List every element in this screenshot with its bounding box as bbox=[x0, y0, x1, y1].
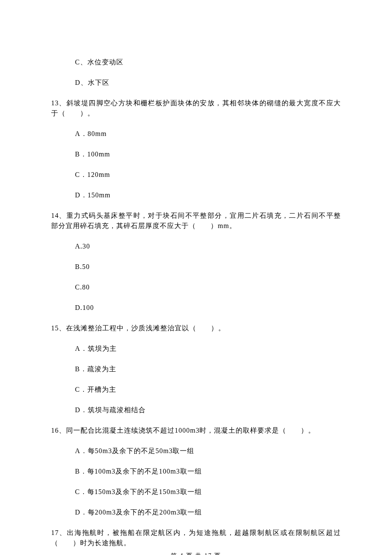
q15-stem: 15、在浅滩整治工程中，沙质浅滩整治宜以（ ）。 bbox=[51, 323, 341, 333]
q14-option-a: A.30 bbox=[75, 241, 341, 251]
q13-option-c: C．120mm bbox=[75, 170, 341, 180]
q15-option-c: C．开槽为主 bbox=[75, 384, 341, 395]
q16-option-a: A．每50m3及余下的不足50m3取一组 bbox=[75, 446, 341, 456]
page-container: C、水位变动区 D、水下区 13、斜坡堤四脚空心方块和栅栏板护面块体的安放，其相… bbox=[0, 0, 392, 555]
q15-option-a: A．筑坝为主 bbox=[75, 344, 341, 354]
q14-option-d: D.100 bbox=[75, 303, 341, 313]
q12-option-d: D、水下区 bbox=[75, 78, 341, 88]
q15-option-d: D．筑坝与疏浚相结合 bbox=[75, 405, 341, 415]
q12-option-c: C、水位变动区 bbox=[75, 57, 341, 67]
q15-option-b: B．疏浚为主 bbox=[75, 364, 341, 374]
q13-stem: 13、斜坡堤四脚空心方块和栅栏板护面块体的安放，其相邻块体的砌缝的最大宽度不应大… bbox=[51, 98, 341, 119]
q16-stem: 16、同一配合比混凝土连续浇筑不超过1000m3时，混凝土的取样要求是（ ）。 bbox=[51, 425, 341, 436]
q13-option-d: D．150mm bbox=[75, 190, 341, 200]
q13-option-a: A．80mm bbox=[75, 129, 341, 139]
q13-option-b: B．100mm bbox=[75, 149, 341, 159]
q16-option-d: D．每200m3及余下的不足200m3取一组 bbox=[75, 507, 341, 517]
page-footer: 第 4 页 共 17 页 bbox=[0, 551, 392, 555]
q14-stem: 14、重力式码头基床整平时，对于块石间不平整部分，宜用二片石填充，二片石间不平整… bbox=[51, 211, 341, 231]
q16-option-c: C．每150m3及余下的不足150m3取一组 bbox=[75, 487, 341, 497]
q16-option-b: B．每100m3及余下的不足100m3取一组 bbox=[75, 466, 341, 477]
q17-stem: 17、出海拖航时，被拖船在限定航区内，为短途拖航，超越限制航区或在限制航区超过（… bbox=[51, 528, 341, 548]
q14-option-b: B.50 bbox=[75, 262, 341, 272]
q14-option-c: C.80 bbox=[75, 282, 341, 292]
